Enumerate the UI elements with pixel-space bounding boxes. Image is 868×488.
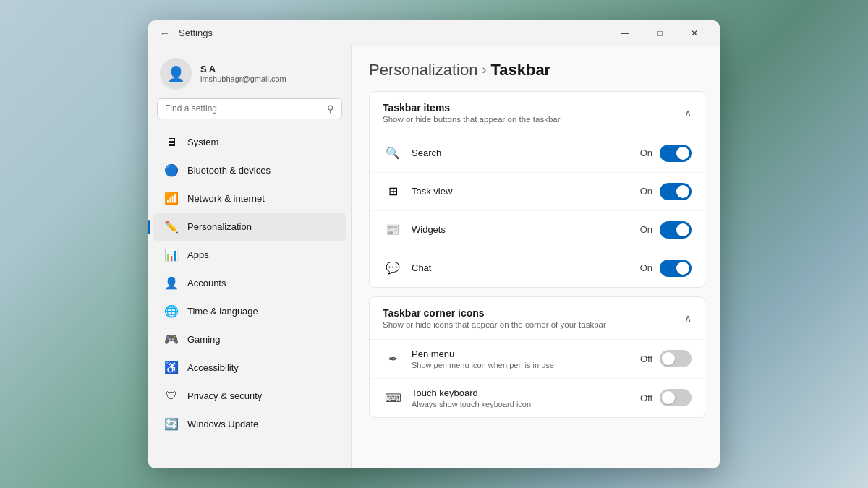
- setting-status-chat: On: [640, 262, 652, 273]
- sidebar-item-gaming[interactable]: 🎮 Gaming: [153, 326, 346, 354]
- chevron-corner: ∧: [684, 312, 692, 324]
- setting-status-widgets: On: [640, 224, 652, 235]
- setting-info-pen: Pen menu Show pen menu icon when pen is …: [412, 348, 640, 369]
- section-title-taskbar-items: Taskbar items: [383, 102, 561, 114]
- search-box[interactable]: ⚲: [157, 98, 342, 119]
- search-input[interactable]: [165, 103, 321, 114]
- section-subtitle-taskbar-items: Show or hide buttons that appear on the …: [383, 115, 561, 124]
- window-title: Settings: [179, 27, 213, 38]
- setting-label-search: Search: [412, 147, 640, 158]
- sidebar-label-bluetooth: Bluetooth & devices: [187, 165, 271, 176]
- search-setting-icon: 🔍: [383, 143, 403, 163]
- toggle-search[interactable]: [660, 145, 692, 162]
- system-icon: 🖥: [164, 135, 179, 150]
- setting-label-pen: Pen menu: [412, 348, 640, 359]
- sidebar-label-accounts: Accounts: [187, 278, 226, 288]
- sidebar-label-time: Time & language: [187, 306, 258, 317]
- sidebar-label-apps: Apps: [187, 249, 209, 260]
- window-controls: — □ ✕: [608, 22, 711, 45]
- sidebar-item-time[interactable]: 🌐 Time & language: [153, 298, 346, 325]
- setting-info-chat: Chat: [412, 262, 640, 273]
- time-icon: 🌐: [164, 304, 179, 319]
- accessibility-icon: ♿: [164, 361, 179, 375]
- sidebar-item-accessibility[interactable]: ♿ Accessibility: [153, 354, 346, 382]
- title-bar-left: ← Settings: [157, 25, 213, 42]
- sidebar-item-accounts[interactable]: 👤 Accounts: [153, 270, 346, 297]
- setting-label-keyboard: Touch keyboard: [412, 388, 640, 398]
- toggle-keyboard[interactable]: [660, 389, 692, 406]
- sidebar-item-network[interactable]: 📶 Network & internet: [153, 185, 346, 213]
- setting-info-search: Search: [412, 147, 640, 158]
- chat-icon: 💬: [383, 258, 403, 278]
- setting-status-keyboard: Off: [640, 393, 652, 403]
- user-email: imshubhagr@gmail.com: [200, 74, 286, 83]
- sidebar-label-privacy: Privacy & security: [187, 390, 262, 401]
- setting-status-search: On: [640, 147, 652, 158]
- setting-row-chat: 💬 Chat On: [370, 249, 705, 287]
- setting-row-widgets: 📰 Widgets On: [370, 211, 705, 249]
- sidebar-label-system: System: [187, 137, 218, 147]
- setting-sublabel-keyboard: Always show touch keyboard icon: [412, 400, 640, 408]
- settings-window: ← Settings — □ ✕ 👤 S A imshubhagr@gmail.…: [148, 20, 720, 468]
- close-button[interactable]: ✕: [678, 22, 711, 45]
- user-info: S A imshubhagr@gmail.com: [200, 64, 286, 83]
- sidebar-label-accessibility: Accessibility: [187, 362, 239, 373]
- gaming-icon: 🎮: [164, 333, 179, 347]
- section-header-info: Taskbar items Show or hide buttons that …: [383, 102, 561, 124]
- section-header-taskbar-items[interactable]: Taskbar items Show or hide buttons that …: [370, 92, 705, 134]
- setting-label-taskview: Task view: [412, 186, 640, 197]
- user-section: 👤 S A imshubhagr@gmail.com: [148, 46, 351, 98]
- widgets-icon: 📰: [383, 220, 403, 240]
- toggle-pen[interactable]: [660, 350, 692, 367]
- breadcrumb-chevron: ›: [482, 62, 486, 77]
- touch-keyboard-icon: ⌨: [383, 388, 403, 408]
- main-content: Personalization › Taskbar Taskbar items …: [351, 46, 720, 468]
- toggle-chat[interactable]: [660, 260, 692, 277]
- setting-status-pen: Off: [640, 354, 652, 364]
- setting-row-taskview: ⊞ Task view On: [370, 173, 705, 211]
- taskbar-items-section: Taskbar items Show or hide buttons that …: [369, 91, 705, 288]
- personalization-icon: ✏️: [164, 220, 179, 234]
- pen-menu-icon: ✒: [383, 348, 403, 369]
- sidebar-item-privacy[interactable]: 🛡 Privacy & security: [153, 382, 346, 410]
- title-bar: ← Settings — □ ✕: [148, 20, 720, 46]
- sidebar-item-update[interactable]: 🔄 Windows Update: [153, 411, 346, 438]
- sidebar-item-bluetooth[interactable]: 🔵 Bluetooth & devices: [153, 157, 346, 184]
- page-header: Personalization › Taskbar: [369, 61, 705, 80]
- sidebar-label-update: Windows Update: [187, 419, 258, 429]
- setting-row-pen-menu: ✒ Pen menu Show pen menu icon when pen i…: [370, 340, 705, 379]
- accounts-icon: 👤: [164, 276, 179, 291]
- setting-info-taskview: Task view: [412, 186, 640, 197]
- search-icon: ⚲: [327, 103, 334, 114]
- apps-icon: 📊: [164, 248, 179, 262]
- sidebar: 👤 S A imshubhagr@gmail.com ⚲ 🖥 System 🔵: [148, 46, 351, 468]
- taskview-icon: ⊞: [383, 181, 403, 202]
- sidebar-label-gaming: Gaming: [187, 334, 221, 345]
- privacy-icon: 🛡: [164, 389, 179, 403]
- back-button[interactable]: ←: [157, 25, 173, 42]
- setting-label-widgets: Widgets: [412, 224, 640, 235]
- sidebar-item-personalization[interactable]: ✏️ Personalization: [153, 213, 346, 241]
- section-header-corner[interactable]: Taskbar corner icons Show or hide icons …: [370, 297, 705, 340]
- setting-row-search: 🔍 Search On: [370, 134, 705, 173]
- sidebar-label-personalization: Personalization: [187, 221, 252, 232]
- bluetooth-icon: 🔵: [164, 163, 179, 178]
- setting-info-widgets: Widgets: [412, 224, 640, 235]
- setting-sublabel-pen: Show pen menu icon when pen is in use: [412, 361, 640, 369]
- window-body: 👤 S A imshubhagr@gmail.com ⚲ 🖥 System 🔵: [148, 46, 720, 468]
- setting-status-taskview: On: [640, 186, 652, 197]
- section-header-corner-info: Taskbar corner icons Show or hide icons …: [383, 307, 606, 329]
- toggle-widgets[interactable]: [660, 221, 692, 239]
- setting-info-keyboard: Touch keyboard Always show touch keyboar…: [412, 388, 640, 408]
- maximize-button[interactable]: □: [643, 22, 676, 45]
- avatar: 👤: [160, 58, 192, 90]
- breadcrumb-parent: Personalization: [369, 61, 477, 80]
- sidebar-item-system[interactable]: 🖥 System: [153, 129, 346, 156]
- setting-row-touch-keyboard: ⌨ Touch keyboard Always show touch keybo…: [370, 379, 705, 417]
- section-subtitle-corner: Show or hide icons that appear on the co…: [383, 320, 606, 329]
- update-icon: 🔄: [164, 417, 179, 432]
- toggle-taskview[interactable]: [660, 183, 692, 200]
- sidebar-item-apps[interactable]: 📊 Apps: [153, 241, 346, 269]
- nav-list: 🖥 System 🔵 Bluetooth & devices 📶 Network…: [148, 125, 351, 442]
- minimize-button[interactable]: —: [608, 22, 642, 45]
